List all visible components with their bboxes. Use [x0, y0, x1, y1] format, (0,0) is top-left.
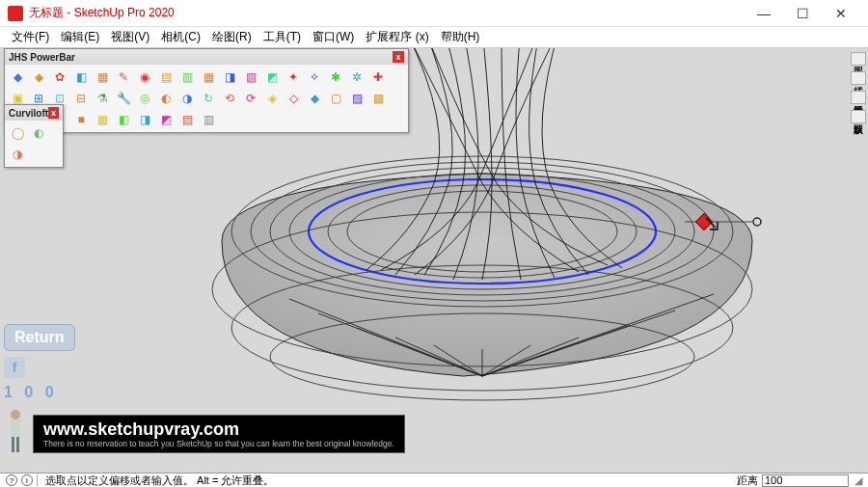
powerbar-tool-22[interactable]: ⚗ — [93, 89, 112, 108]
toolbar-body: ◆◆✿◧▦✎◉▤▥▦◨▧◩✦✧✱✲✚▣⊞⊡⊟⚗🔧◎◐◑↻⟲⟳◈◇◆▢▨▩◫◪■■… — [5, 65, 408, 132]
menu-edit[interactable]: 编辑(E) — [55, 27, 105, 47]
powerbar-tool-2[interactable]: ✿ — [50, 68, 69, 87]
svg-rect-22 — [696, 214, 713, 230]
toolbar-title: JHS PowerBar — [9, 52, 75, 63]
toolbar-body: ◯◐◑ — [5, 121, 63, 167]
minimize-button[interactable]: — — [745, 0, 783, 27]
tray-tab-scenes[interactable]: 场景设置 — [851, 91, 866, 104]
right-tray-tabs: 图层 样式 场景设置 默认面板 — [851, 48, 866, 123]
powerbar-tool-40[interactable]: ▦ — [93, 110, 112, 129]
powerbar-tool-31[interactable]: ◇ — [284, 89, 303, 108]
powerbar-tool-3[interactable]: ◧ — [71, 68, 91, 87]
powerbar-tool-6[interactable]: ◉ — [135, 68, 154, 87]
statusbar-icons: ? i — [6, 474, 38, 486]
titlebar: 无标题 - SketchUp Pro 2020 — ☐ ✕ — [0, 0, 868, 27]
powerbar-tool-26[interactable]: ◑ — [177, 89, 197, 108]
powerbar-tool-10[interactable]: ◨ — [220, 68, 239, 87]
powerbar-tool-33[interactable]: ▢ — [326, 89, 345, 108]
svg-line-10 — [395, 338, 482, 376]
workspace-viewport[interactable]: JHS PowerBar x ◆◆✿◧▦✎◉▤▥▦◨▧◩✦✧✱✲✚▣⊞⊡⊟⚗🔧◎… — [0, 48, 868, 473]
svg-point-2 — [270, 168, 694, 295]
toolbar-title: Curviloft — [9, 108, 48, 119]
curviloft-tool-0[interactable]: ◯ — [8, 123, 27, 143]
powerbar-tool-5[interactable]: ✎ — [114, 68, 133, 87]
powerbar-tool-25[interactable]: ◐ — [156, 89, 176, 108]
powerbar-tool-13[interactable]: ✦ — [284, 68, 303, 87]
svg-point-4 — [309, 179, 656, 284]
measurement-input[interactable] — [762, 474, 849, 487]
powerbar-tool-21[interactable]: ⊟ — [71, 89, 91, 108]
curviloft-toolbar[interactable]: Curviloft x ◯◐◑ — [4, 104, 64, 168]
powerbar-tool-4[interactable]: ▦ — [93, 68, 112, 87]
powerbar-tool-28[interactable]: ⟲ — [220, 89, 239, 108]
menu-window[interactable]: 窗口(W) — [307, 27, 360, 47]
svg-line-13 — [482, 345, 530, 376]
svg-rect-26 — [12, 437, 14, 452]
jhs-powerbar-toolbar[interactable]: JHS PowerBar x ◆◆✿◧▦✎◉▤▥▦◨▧◩✦✧✱✲✚▣⊞⊡⊟⚗🔧◎… — [4, 48, 409, 133]
tray-tab-layers[interactable]: 图层 — [851, 52, 866, 66]
powerbar-tool-35[interactable]: ▩ — [368, 89, 388, 108]
powerbar-tool-15[interactable]: ✱ — [326, 68, 345, 87]
powerbar-tool-32[interactable]: ◆ — [305, 89, 324, 108]
menu-draw[interactable]: 绘图(R) — [206, 27, 258, 47]
svg-line-14 — [482, 338, 579, 376]
curviloft-tool-1[interactable]: ◐ — [29, 123, 48, 143]
svg-line-17 — [482, 294, 714, 376]
person-icon — [4, 409, 27, 453]
measurement-field: 距离 — [737, 473, 849, 488]
menu-file[interactable]: 文件(F) — [6, 27, 55, 47]
powerbar-tool-39[interactable]: ■ — [71, 110, 91, 129]
menu-tools[interactable]: 工具(T) — [258, 27, 307, 47]
resize-grip-icon[interactable]: ◢ — [854, 474, 862, 487]
curviloft-tool-2[interactable]: ◑ — [8, 145, 27, 164]
powerbar-tool-42[interactable]: ◨ — [135, 110, 154, 129]
powerbar-tool-27[interactable]: ↻ — [199, 89, 218, 108]
svg-point-1 — [251, 162, 714, 301]
powerbar-tool-14[interactable]: ✧ — [305, 68, 324, 87]
powerbar-tool-12[interactable]: ◩ — [262, 68, 282, 87]
powerbar-tool-0[interactable]: ◆ — [8, 68, 27, 87]
facebook-icon: f — [4, 357, 25, 378]
powerbar-tool-1[interactable]: ◆ — [29, 68, 48, 87]
svg-rect-27 — [16, 437, 19, 452]
powerbar-tool-41[interactable]: ◧ — [114, 110, 133, 129]
return-button[interactable]: Return — [4, 324, 75, 351]
menu-camera[interactable]: 相机(C) — [155, 27, 206, 47]
powerbar-tool-44[interactable]: ▤ — [177, 110, 197, 129]
powerbar-tool-23[interactable]: 🔧 — [114, 89, 133, 108]
powerbar-tool-9[interactable]: ▦ — [199, 68, 218, 87]
powerbar-tool-7[interactable]: ▤ — [156, 68, 176, 87]
powerbar-tool-43[interactable]: ◩ — [156, 110, 176, 129]
maximize-button[interactable]: ☐ — [783, 0, 822, 27]
powerbar-tool-24[interactable]: ◎ — [135, 89, 154, 108]
toolbar-header[interactable]: Curviloft x — [5, 105, 63, 121]
menu-view[interactable]: 视图(V) — [105, 27, 155, 47]
powerbar-tool-45[interactable]: ▥ — [199, 110, 218, 129]
svg-point-6 — [347, 191, 617, 272]
powerbar-tool-30[interactable]: ◈ — [262, 89, 282, 108]
svg-line-15 — [482, 326, 627, 376]
menu-extensions[interactable]: 扩展程序 (x) — [360, 27, 434, 47]
info-icon[interactable]: i — [21, 474, 33, 486]
svg-rect-25 — [11, 419, 20, 437]
menu-help[interactable]: 帮助(H) — [435, 27, 486, 47]
toolbar-close-icon[interactable]: x — [48, 107, 59, 119]
svg-point-5 — [328, 185, 637, 278]
tray-tab-default[interactable]: 默认面板 — [851, 110, 866, 123]
help-icon[interactable]: ? — [6, 474, 17, 486]
powerbar-tool-17[interactable]: ✚ — [368, 68, 388, 87]
powerbar-tool-34[interactable]: ▨ — [347, 89, 366, 108]
menubar: 文件(F) 编辑(E) 视图(V) 相机(C) 绘图(R) 工具(T) 窗口(W… — [0, 27, 868, 48]
powerbar-tool-8[interactable]: ▥ — [177, 68, 197, 87]
toolbar-header[interactable]: JHS PowerBar x — [5, 49, 408, 65]
powerbar-tool-29[interactable]: ⟳ — [241, 89, 260, 108]
watermark-url: www.sketchupvray.com — [43, 419, 394, 440]
statusbar: ? i 选取点以定义偏移或者输入值。 Alt = 允许重叠。 距离 ◢ — [0, 473, 868, 487]
toolbar-close-icon[interactable]: x — [393, 51, 404, 63]
measurement-label: 距离 — [737, 473, 758, 488]
tray-tab-styles[interactable]: 样式 — [851, 71, 866, 85]
powerbar-tool-16[interactable]: ✲ — [347, 68, 366, 87]
powerbar-tool-11[interactable]: ▧ — [241, 68, 260, 87]
watermark-counter: 1 0 0 — [4, 384, 405, 401]
close-button[interactable]: ✕ — [822, 0, 860, 27]
